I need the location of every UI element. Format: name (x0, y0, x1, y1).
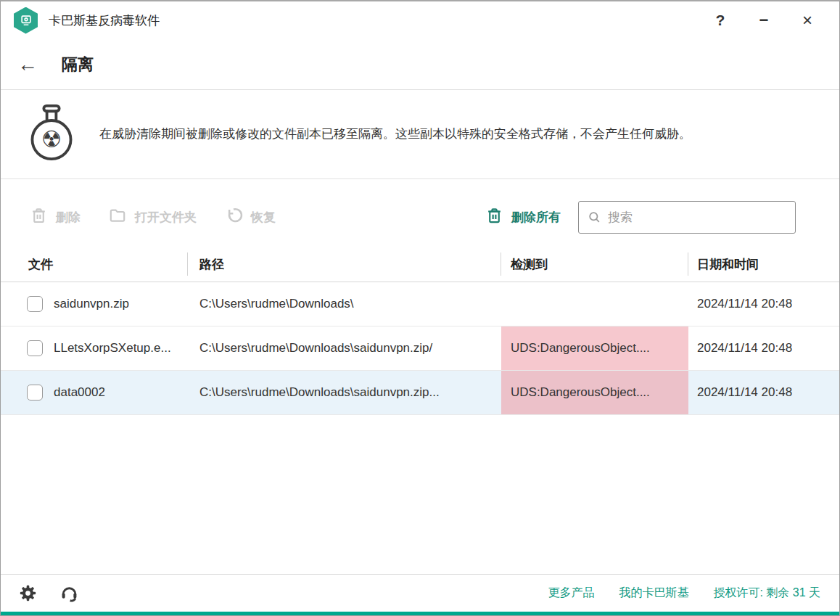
close-button[interactable]: × (786, 4, 829, 36)
trash-icon (30, 207, 48, 229)
detection-badge: UDS:DangerousObject.... (501, 327, 688, 370)
more-products-link[interactable]: 更多产品 (548, 586, 594, 601)
search-box[interactable] (578, 201, 796, 234)
empty-area (1, 415, 839, 574)
page-header: ← 隔离 (1, 39, 839, 89)
delete-all-label: 删除所有 (511, 209, 561, 226)
kaspersky-window: 卡巴斯基反病毒软件 ? − × ← 隔离 ☢ 在威胁清除期间被删除或修改的文件副… (0, 0, 840, 616)
help-button[interactable]: ? (699, 4, 742, 36)
table-row[interactable]: saidunvpn.zipC:\Users\rudme\Downloads\20… (1, 282, 839, 327)
gear-icon[interactable] (18, 583, 38, 603)
search-icon (588, 210, 601, 224)
file-name: LLetsXorpSXetup.e... (54, 341, 171, 356)
column-header-detected[interactable]: 检测到 (501, 247, 688, 282)
column-header-file[interactable]: 文件 (1, 247, 188, 282)
quarantine-flask-icon: ☢ (27, 103, 76, 165)
file-name: data0002 (54, 385, 105, 400)
quarantine-table: 文件 路径 检测到 日期和时间 saidunvpn.zipC:\Users\ru… (1, 247, 839, 415)
file-path: C:\Users\rudme\Downloads\saidunvpn.zip..… (188, 371, 501, 414)
minimize-button[interactable]: − (742, 4, 786, 36)
table-row[interactable]: LLetsXorpSXetup.e...C:\Users\rudme\Downl… (1, 327, 839, 371)
row-checkbox[interactable] (27, 340, 43, 356)
detection-cell-empty (501, 282, 688, 326)
back-button[interactable]: ← (15, 54, 40, 75)
info-section: ☢ 在威胁清除期间被删除或修改的文件副本已移至隔离。这些副本以特殊的安全格式存储… (1, 89, 839, 179)
restore-button[interactable]: 恢复 (224, 206, 276, 229)
row-datetime: 2024/11/14 20:48 (688, 327, 839, 370)
kaspersky-logo-icon (14, 7, 38, 34)
table-header: 文件 路径 检测到 日期和时间 (1, 247, 839, 282)
restore-icon (224, 206, 243, 229)
table-row[interactable]: data0002C:\Users\rudme\Downloads\saidunv… (1, 371, 839, 415)
file-cell: saidunvpn.zip (1, 282, 188, 326)
restore-label: 恢复 (251, 209, 276, 226)
radiation-glyph: ☢ (41, 126, 62, 152)
file-name: saidunvpn.zip (54, 297, 129, 311)
support-headset-icon[interactable] (59, 583, 79, 603)
toolbar: 删除 打开文件夹 恢复 (1, 179, 839, 247)
footer-links: 更多产品 我的卡巴斯基 授权许可: 剩余 31 天 (548, 586, 820, 601)
table-body: saidunvpn.zipC:\Users\rudme\Downloads\20… (1, 282, 839, 415)
bottom-accent-bar (1, 612, 839, 615)
open-folder-button[interactable]: 打开文件夹 (108, 206, 197, 229)
footer-icons (18, 583, 79, 603)
trash-icon (485, 207, 503, 229)
row-datetime: 2024/11/14 20:48 (688, 282, 839, 326)
file-path: C:\Users\rudme\Downloads\ (188, 282, 501, 326)
detection-badge: UDS:DangerousObject.... (501, 371, 688, 414)
file-cell: LLetsXorpSXetup.e... (1, 327, 188, 370)
toolbar-left-group: 删除 打开文件夹 恢复 (30, 206, 276, 229)
info-text: 在威胁清除期间被删除或修改的文件副本已移至隔离。这些副本以特殊的安全格式存储，不… (99, 124, 699, 144)
folder-icon (108, 206, 127, 229)
footer: 更多产品 我的卡巴斯基 授权许可: 剩余 31 天 (1, 574, 839, 612)
delete-label: 删除 (56, 209, 81, 226)
column-header-path[interactable]: 路径 (188, 247, 501, 282)
license-status[interactable]: 授权许可: 剩余 31 天 (713, 586, 820, 601)
open-folder-label: 打开文件夹 (135, 209, 197, 226)
file-path: C:\Users\rudme\Downloads\saidunvpn.zip/ (188, 327, 501, 370)
app-title: 卡巴斯基反病毒软件 (49, 12, 160, 29)
window-controls: ? − × (699, 4, 829, 36)
my-kaspersky-link[interactable]: 我的卡巴斯基 (619, 586, 688, 601)
row-checkbox[interactable] (27, 296, 43, 312)
delete-all-button[interactable]: 删除所有 (485, 207, 561, 229)
search-input[interactable] (608, 210, 786, 225)
delete-button[interactable]: 删除 (30, 207, 81, 229)
titlebar: 卡巴斯基反病毒软件 ? − × (1, 1, 839, 39)
row-checkbox[interactable] (27, 385, 43, 401)
file-cell: data0002 (1, 371, 188, 414)
page-title: 隔离 (62, 54, 94, 75)
column-header-datetime[interactable]: 日期和时间 (688, 247, 839, 282)
row-datetime: 2024/11/14 20:48 (688, 371, 839, 414)
